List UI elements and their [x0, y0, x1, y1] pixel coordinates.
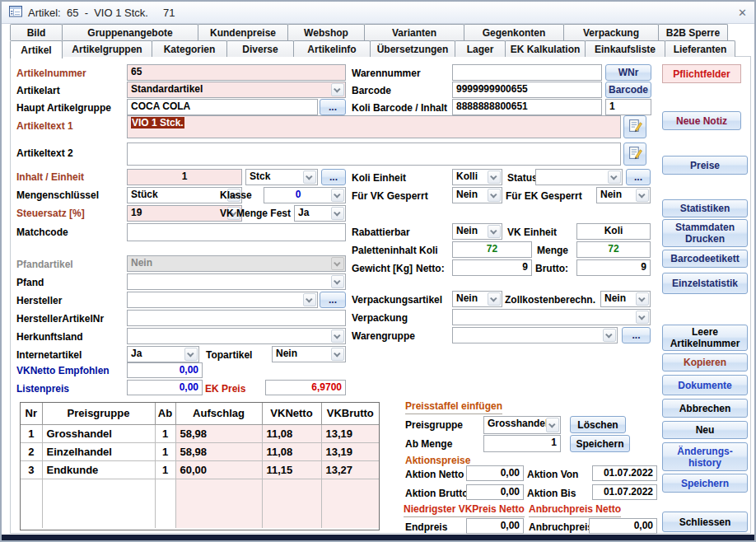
field-ek-preis[interactable]: 6,9700	[265, 380, 346, 395]
field-aktion-brutto[interactable]: 0,00	[466, 484, 524, 500]
combo-zollkostenberechn[interactable]: Nein	[600, 291, 651, 307]
close-icon[interactable]: ✕	[738, 7, 747, 19]
barcode-button[interactable]: Barcode	[605, 82, 651, 98]
tab-uebersetzungen[interactable]: Übersetzungen	[370, 40, 455, 57]
field-anbruchpreis[interactable]: 0,00	[589, 518, 657, 534]
artikeltext2-edit-button[interactable]	[623, 143, 646, 166]
field-koli-barcode[interactable]: 8888888800651	[452, 99, 602, 115]
chevron-down-icon	[331, 83, 344, 96]
warengruppe-browse-button[interactable]: ...	[622, 327, 651, 343]
combo-rabattierbar[interactable]: Nein	[452, 223, 502, 240]
loeschen-button[interactable]: Löschen	[570, 416, 626, 433]
combo-einheit[interactable]: Stck	[245, 169, 318, 185]
field-gewicht-brutto[interactable]: 9	[576, 259, 651, 276]
field-inhalt[interactable]: 1	[127, 169, 242, 185]
statistiken-button[interactable]: Statistiken	[662, 199, 748, 217]
tab-diverse[interactable]: Diverse	[226, 40, 294, 57]
abbrechen-button[interactable]: Abbrechen	[662, 399, 748, 418]
field-koli-inhalt[interactable]: 1	[605, 99, 651, 115]
field-paletteninhalt-koli[interactable]: 72	[452, 241, 532, 258]
chevron-down-icon	[488, 292, 501, 306]
combo-herkunftsland[interactable]	[127, 328, 346, 344]
status-browse-button[interactable]: ...	[626, 169, 651, 185]
field-aktion-von[interactable]: 01.07.2022	[592, 465, 657, 481]
tab-b2b-sperre[interactable]: B2B Sperre	[658, 24, 728, 40]
field-barcode[interactable]: 9999999900655	[452, 82, 602, 98]
field-matchcode[interactable]	[127, 223, 346, 241]
combo-koli-einheit[interactable]: Kolli	[452, 169, 502, 185]
combo-internetartikel[interactable]: Ja	[127, 346, 199, 362]
dokumente-button[interactable]: Dokumente	[662, 375, 748, 395]
table-header-row: Nr Preisgruppe Ab Aufschlag VKNetto VKBr…	[21, 403, 379, 424]
label-gewicht-netto: Netto:	[416, 263, 445, 274]
field-warennummer[interactable]	[452, 64, 602, 81]
tab-artikelgruppen[interactable]: Artikelgruppen	[62, 40, 152, 57]
tab-lager[interactable]: Lager	[455, 40, 506, 57]
tab-verpackung[interactable]: Verpackung	[563, 24, 659, 40]
tab-varianten[interactable]: Varianten	[364, 24, 464, 40]
tab-artikel[interactable]: Artikel	[10, 40, 63, 58]
combo-klasse[interactable]: 0	[264, 187, 346, 203]
combo-status[interactable]	[535, 169, 623, 185]
table-row[interactable]: 1 Grosshandel 1 58,98 11,08 13,19	[21, 424, 379, 442]
label-artikeltext1: Artikeltext 1	[16, 120, 73, 132]
staffel-speichern-button[interactable]: Speichern	[570, 435, 630, 452]
field-hersteller-artikelnr[interactable]	[127, 310, 346, 326]
field-haupt-artikelgruppe[interactable]: COCA COLA	[127, 99, 318, 115]
tab-artikelinfo[interactable]: Artikelinfo	[293, 40, 371, 57]
chevron-down-icon	[488, 171, 501, 184]
wnr-button[interactable]: WNr	[605, 64, 651, 81]
field-endpreis[interactable]: 0,00	[466, 518, 524, 534]
field-aktion-bis[interactable]: 01.07.2022	[592, 484, 657, 500]
kopieren-button[interactable]: Kopieren	[662, 353, 748, 371]
combo-vk-menge-fest[interactable]: Ja	[294, 205, 346, 222]
tab-kategorien[interactable]: Kategorien	[152, 40, 227, 57]
combo-artikelart[interactable]: Standardartikel	[127, 82, 346, 98]
col-header-aufschlag: Aufschlag	[175, 403, 262, 424]
tab-gegenkonten[interactable]: Gegenkonten	[464, 24, 564, 40]
stammdaten-drucken-button[interactable]: Stammdaten Drucken	[662, 219, 748, 247]
table-row[interactable]: 2 Einzelhandel 1 58,98 11,08 13,19	[21, 442, 379, 460]
neue-notiz-button[interactable]: Neue Notiz	[662, 111, 741, 130]
field-menge[interactable]: 72	[576, 241, 651, 258]
leere-artikelnummer-button[interactable]: Leere Artikelnummer	[662, 325, 748, 351]
combo-fuer-ek-gesperrt[interactable]: Nein	[596, 187, 651, 203]
tab-kundenpreise[interactable]: Kundenpreise	[198, 24, 288, 40]
combo-warengruppe[interactable]	[452, 327, 618, 343]
field-aktion-netto[interactable]: 0,00	[466, 465, 524, 481]
tab-gruppenangebote[interactable]: Gruppenangebote	[62, 24, 198, 40]
combo-hersteller[interactable]	[127, 292, 318, 308]
label-gewicht-brutto: Brutto:	[535, 263, 568, 274]
tab-ek-kalkulation[interactable]: EK Kalkulation	[505, 40, 586, 57]
neu-button[interactable]: Neu	[662, 421, 748, 439]
field-vknetto-empfohlen[interactable]: 0,00	[127, 362, 203, 378]
tab-webshop[interactable]: Webshop	[287, 24, 365, 40]
field-artikeltext2[interactable]	[127, 143, 621, 166]
field-artikelnummer[interactable]: 65	[127, 64, 346, 81]
tab-lieferanten[interactable]: Lieferanten	[665, 40, 735, 57]
aenderungshistory-button[interactable]: Änderungs- history	[662, 442, 748, 471]
tab-bild[interactable]: Bild	[10, 24, 63, 40]
preise-button[interactable]: Preise	[662, 156, 748, 175]
combo-fuer-vk-gesperrt[interactable]: Nein	[452, 187, 502, 203]
speichern-button[interactable]: Speichern	[662, 474, 748, 493]
field-ab-menge[interactable]: 1	[483, 435, 561, 452]
field-gewicht-netto[interactable]: 9	[452, 259, 532, 276]
artikeltext1-edit-button[interactable]	[623, 115, 646, 138]
table-row[interactable]: 3 Endkunde 1 60,00 11,15 13,27	[21, 460, 379, 479]
einzelstatistik-button[interactable]: Einzelstatistik	[662, 273, 748, 294]
combo-pfand[interactable]	[127, 273, 346, 290]
field-listenpreis[interactable]: 0,00	[127, 380, 203, 395]
combo-verpackungsartikel[interactable]: Nein	[452, 291, 502, 307]
field-artikeltext1[interactable]: VIO 1 Stck.	[127, 115, 621, 138]
barcodeetikett-button[interactable]: Barcodeetikett	[662, 250, 748, 268]
combo-preisgruppe[interactable]: Grosshandel	[483, 416, 561, 434]
einheit-browse-button[interactable]: ...	[321, 169, 346, 185]
haupt-artikelgruppe-browse-button[interactable]: ...	[320, 99, 346, 115]
tab-einkaufsliste[interactable]: Einkaufsliste	[585, 40, 665, 57]
combo-verpackung[interactable]	[452, 309, 651, 325]
label-pfand: Pfand	[16, 277, 44, 288]
combo-topartikel[interactable]: Nein	[272, 346, 346, 362]
schliessen-button[interactable]: Schliessen	[662, 512, 748, 532]
hersteller-browse-button[interactable]: ...	[320, 292, 346, 308]
